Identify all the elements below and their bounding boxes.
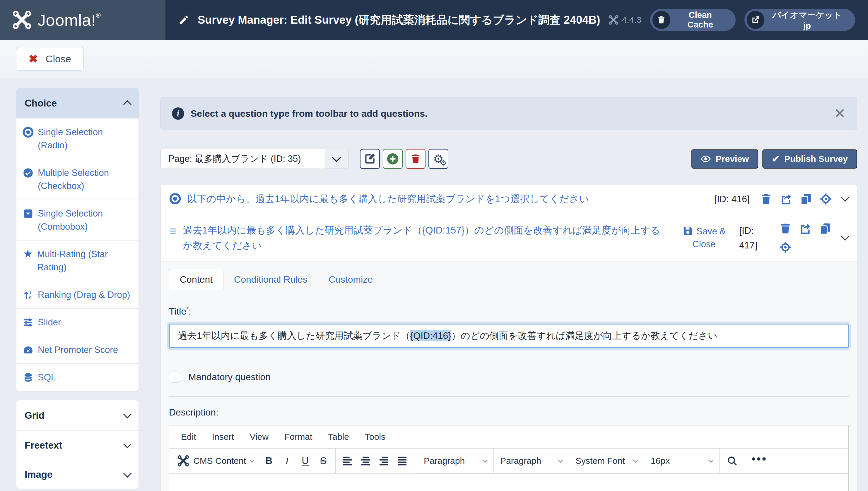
accordion-header-freetext[interactable]: Freetext (17, 431, 138, 460)
title-input[interactable]: 過去1年以内に最も多く購入した研究用試薬ブランド（{QID:416}）のどの側面… (169, 324, 849, 348)
move-question-button[interactable] (779, 241, 792, 254)
question-417-title-area[interactable]: ≡ 過去1年以内に最も多く購入した研究用試薬ブランド（{QID:157}）のどの… (169, 223, 682, 253)
expand-question-button[interactable] (842, 196, 848, 202)
align-left-icon (342, 455, 353, 467)
question-row-416: 以下の中から、過去1年以内に最も多く購入した研究用試薬ブランドを1つ選択してくだ… (161, 185, 857, 213)
tab-customize[interactable]: Customize (318, 269, 383, 290)
copy-question-button[interactable] (819, 222, 832, 235)
editor-menu-edit[interactable]: Edit (174, 429, 203, 445)
item-label: Ranking (Drag & Drop) (38, 288, 130, 301)
sidebar-item-single-selection-radio[interactable]: Single Selection (Radio) (17, 118, 138, 159)
more-tools-button[interactable]: ••• (745, 448, 846, 473)
question-416-actions (760, 193, 832, 205)
export-question-button[interactable] (799, 222, 812, 235)
preview-button[interactable]: Preview (691, 149, 758, 169)
save-close-button[interactable]: Save & Close (682, 225, 726, 251)
move-question-button[interactable] (819, 193, 832, 205)
sidebar-item-multiple-selection-checkbox[interactable]: Multiple Selection (Checkbox) (17, 159, 138, 200)
editor-menu-table[interactable]: Table (321, 429, 356, 445)
toolbar-separator (414, 449, 414, 473)
ranking-icon: 1 9 (23, 290, 33, 300)
chevron-down-icon (841, 194, 849, 202)
underline-button[interactable]: U (296, 450, 314, 472)
choice-items: Single Selection (Radio) Multiple Select… (17, 118, 138, 391)
accordion-header-choice[interactable]: Choice (17, 88, 138, 118)
check-circle-icon (23, 168, 33, 178)
editor-content-area[interactable] (169, 474, 848, 491)
alert-close-icon[interactable]: ✕ (834, 107, 846, 120)
close-button[interactable]: ✖ Close (16, 47, 84, 70)
accordion-header-grid[interactable]: Grid (17, 400, 138, 430)
mandatory-checkbox[interactable] (169, 372, 180, 383)
align-right-icon (378, 455, 390, 467)
sidebar-item-net-promoter-score[interactable]: Net Promoter Score (17, 336, 138, 364)
page-body: Choice Single Selection (Radio) Multiple… (0, 78, 868, 491)
search-icon (727, 455, 738, 466)
item-label: SQL (38, 371, 56, 384)
strikethrough-button[interactable]: S (314, 450, 332, 472)
joomla-version: 4.4.3 (608, 15, 642, 25)
delete-question-button[interactable] (779, 222, 792, 235)
sidebar-item-sql[interactable]: SQL (17, 364, 138, 391)
tab-conditional-rules[interactable]: Conditional Rules (223, 269, 318, 290)
description-rich-text-editor: Edit Insert View Format Table Tools (169, 425, 849, 491)
question-417-actions (779, 222, 832, 254)
publish-survey-button[interactable]: ✔ Publish Survey (762, 149, 857, 169)
choice-group-card: Choice Single Selection (Radio) Multiple… (16, 88, 139, 391)
alert-text: Select a question type from toolbar to a… (191, 108, 428, 119)
align-right-button[interactable] (375, 450, 393, 472)
sidebar-item-single-selection-combobox[interactable]: Single Selection (Combobox) (17, 200, 138, 240)
collapse-question-button[interactable] (842, 235, 848, 240)
toolbar-strip: ✖ Close (0, 40, 868, 78)
delete-page-button[interactable] (406, 149, 426, 169)
font-family-select[interactable]: System Font (569, 448, 644, 473)
editor-menubar: Edit Insert View Format Table Tools (169, 426, 848, 449)
description-label: Description: (169, 407, 849, 418)
block-select[interactable]: Paragraph (493, 448, 569, 473)
align-left-button[interactable] (338, 450, 357, 472)
editor-menu-format[interactable]: Format (277, 429, 319, 445)
joomla-brand[interactable]: Joomla!® (0, 0, 165, 40)
group-label: Choice (25, 98, 57, 109)
clean-cache-button[interactable]: Clean Cache (650, 9, 736, 31)
question-416-title-area[interactable]: 以下の中から、過去1年以内に最も多く購入した研究用試薬ブランドを1つ選択してくだ… (169, 191, 714, 207)
edit-page-button[interactable] (360, 149, 380, 169)
italic-button[interactable]: I (278, 450, 296, 472)
group-label: Grid (25, 410, 45, 421)
brand-name: Joomla!® (37, 10, 101, 30)
accordion-header-image[interactable]: Image (17, 460, 138, 489)
editor-menu-view[interactable]: View (243, 429, 276, 445)
editor-menu-insert[interactable]: Insert (205, 429, 241, 445)
clean-cache-label: Clean Cache (676, 10, 725, 30)
align-center-button[interactable] (357, 450, 375, 472)
joomla-survey-manager-screen: { "topbar": { "brand": "Joomla!", "brand… (0, 0, 868, 491)
title-text-highlighted-qid: {QID:416} (410, 330, 452, 341)
item-label: Net Promoter Score (38, 343, 118, 356)
tab-content[interactable]: Content (169, 269, 223, 290)
question-id-badge: [ID: 416] (714, 194, 750, 205)
font-size-select[interactable]: 16px (644, 448, 720, 473)
sliders-icon (23, 317, 33, 328)
sidebar-item-slider[interactable]: Slider (17, 309, 138, 336)
page-settings-button[interactable]: ⚙⚙ (429, 149, 449, 169)
title-text-pre: 過去1年以内に最も多く購入した研究用試薬ブランド（ (178, 329, 410, 342)
sidebar-item-multi-rating-star[interactable]: ★ Multi-Rating (Star Rating) (17, 240, 138, 281)
site-preview-link[interactable]: バイオマーケットjp (744, 9, 855, 31)
add-page-button[interactable] (383, 149, 403, 169)
title-text-post: ）のどの側面を改善すれば満足度が向上するか教えてください (451, 329, 717, 342)
page-select[interactable]: Page: 最多購入ブランド (ID: 35) (161, 149, 349, 169)
cms-content-button[interactable]: CMS Content (171, 450, 260, 472)
align-justify-button[interactable] (393, 450, 411, 472)
copy-question-button[interactable] (799, 193, 812, 205)
panel-tabs: Content Conditional Rules Customize (169, 269, 849, 290)
search-button[interactable] (719, 448, 745, 473)
bold-button[interactable]: B (260, 450, 278, 472)
publish-label: Publish Survey (784, 154, 848, 164)
delete-question-button[interactable] (760, 193, 772, 205)
topbar: Joomla!® Survey Manager: Edit Survey (研究… (0, 0, 868, 40)
check-icon: ✔ (772, 154, 780, 164)
sidebar-item-ranking[interactable]: 1 9 Ranking (Drag & Drop) (17, 281, 138, 309)
export-question-button[interactable] (780, 193, 792, 205)
format-select[interactable]: Paragraph (417, 448, 494, 473)
editor-menu-tools[interactable]: Tools (358, 429, 392, 445)
